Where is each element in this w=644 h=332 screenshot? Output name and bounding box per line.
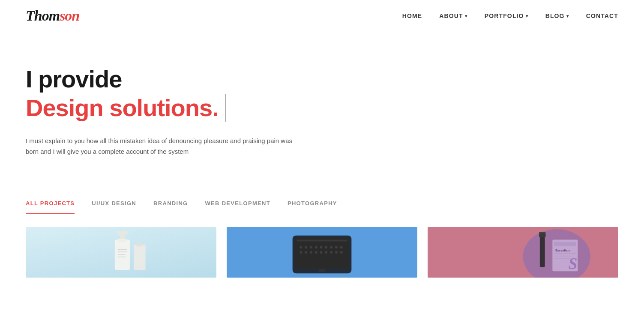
hero-section: I provide Design solutions. I must expla… (0, 32, 386, 174)
hero-cursor (225, 94, 226, 122)
svg-point-18 (325, 246, 327, 248)
svg-point-29 (335, 251, 338, 254)
about-caret-icon: ▾ (465, 14, 467, 18)
filter-tab-uiux[interactable]: UI/UX DESIGN (92, 200, 136, 214)
filter-tab-branding[interactable]: BRANDING (153, 200, 188, 214)
svg-rect-2 (117, 231, 128, 234)
svg-point-25 (315, 251, 318, 254)
svg-rect-33 (540, 233, 545, 267)
svg-rect-31 (319, 269, 326, 272)
svg-rect-12 (297, 239, 347, 241)
logo[interactable]: Thomson (26, 8, 79, 24)
svg-rect-34 (539, 232, 546, 237)
logo-red-text: son (60, 8, 79, 24)
nav-item-contact[interactable]: CONTACT (586, 12, 618, 19)
svg-rect-6 (118, 254, 126, 255)
svg-rect-5 (118, 251, 127, 252)
svg-point-13 (300, 246, 302, 248)
logo-black-text: Thom (26, 8, 60, 24)
filter-section: ALL PROJECTS UI/UX DESIGN BRANDING WEB D… (0, 174, 644, 214)
svg-point-21 (340, 246, 343, 248)
nav-item-portfolio[interactable]: PORTFOLIO ▾ (485, 12, 528, 19)
hero-line1: I provide (26, 66, 360, 93)
svg-rect-7 (118, 256, 126, 257)
svg-text:Essentials: Essentials (555, 249, 570, 252)
nav-item-about[interactable]: ABOUT ▾ (439, 12, 467, 19)
portfolio-caret-icon: ▾ (526, 14, 528, 18)
card2-tablet-icon (227, 227, 417, 278)
nav-item-blog[interactable]: BLOG ▾ (545, 12, 569, 19)
svg-point-28 (330, 251, 332, 254)
main-nav: HOME ABOUT ▾ PORTFOLIO ▾ BLOG ▾ CONTACT (402, 12, 618, 19)
svg-point-16 (315, 246, 318, 248)
svg-rect-36 (554, 242, 576, 246)
card1-bottle-icon (26, 227, 216, 278)
card3-cosmetics-icon: Essentials S (428, 227, 618, 278)
svg-point-23 (305, 251, 307, 254)
blog-caret-icon: ▾ (566, 14, 569, 18)
filter-tab-all[interactable]: ALL PROJECTS (26, 200, 75, 214)
svg-rect-4 (118, 249, 127, 250)
svg-rect-0 (115, 239, 130, 270)
filter-tabs: ALL PROJECTS UI/UX DESIGN BRANDING WEB D… (26, 200, 618, 214)
svg-rect-3 (118, 239, 127, 242)
hero-line2: Design solutions. (26, 95, 219, 121)
portfolio-card-3[interactable]: Essentials S (428, 227, 618, 278)
portfolio-card-1[interactable] (26, 227, 216, 278)
svg-rect-9 (136, 243, 143, 246)
svg-point-27 (325, 251, 327, 254)
svg-point-30 (340, 251, 343, 254)
nav-item-home[interactable]: HOME (402, 12, 422, 19)
svg-point-24 (310, 251, 312, 254)
svg-point-17 (320, 246, 323, 248)
svg-rect-8 (134, 245, 146, 270)
svg-point-22 (300, 251, 302, 254)
hero-description: I must explain to you how all this mista… (26, 135, 300, 157)
filter-tab-photography[interactable]: PHOTOGRAPHY (288, 200, 337, 214)
portfolio-card-2[interactable] (227, 227, 417, 278)
svg-point-19 (330, 246, 332, 248)
svg-rect-38 (554, 253, 576, 254)
svg-point-15 (310, 246, 312, 248)
svg-point-26 (320, 251, 323, 254)
header: Thomson HOME ABOUT ▾ PORTFOLIO ▾ BLOG ▾ … (0, 0, 644, 32)
svg-point-20 (335, 246, 338, 248)
filter-tab-webdev[interactable]: WEB DEVELOPMENT (205, 200, 270, 214)
svg-text:S: S (569, 255, 578, 272)
portfolio-grid-section: Essentials S (0, 214, 644, 278)
svg-point-14 (305, 246, 307, 248)
